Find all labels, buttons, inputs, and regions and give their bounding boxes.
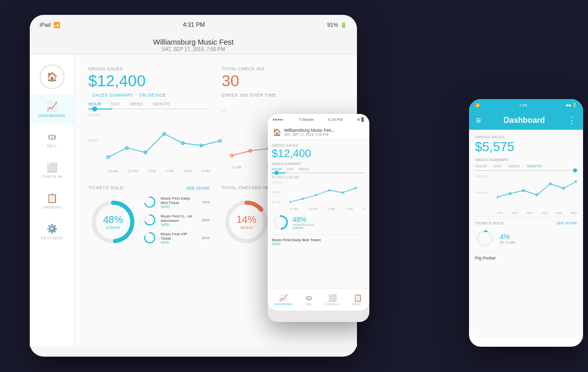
sales-chart: $10,000 $5,000 <box>88 113 210 173</box>
android-nav-orders[interactable]: 📋 ORDE... <box>352 294 363 306</box>
checkin-icon: ⬜ <box>47 162 58 173</box>
sidebar-item-sell[interactable]: 🎟 SELL <box>30 125 74 155</box>
android-time: 4:26 PM <box>328 117 343 122</box>
ipad-sidebar: 🏠 📈 DASHBOARD 🎟 SELL ⬜ CHECK IN 📋 ORDERS… <box>30 54 74 347</box>
android-dashboard-icon: 📈 <box>279 294 288 302</box>
sell-icon: 🎟 <box>48 132 57 142</box>
android-tickets-pct: 48% <box>293 215 314 223</box>
see-more-button[interactable]: SEE MORE <box>186 186 210 191</box>
svg-point-45 <box>478 231 492 246</box>
android-main: GROSS SALES $12,400 SALES SUMMARY HOUR D… <box>268 140 369 288</box>
sidebar-item-orders[interactable]: 📋 ORDERS <box>30 186 74 216</box>
android-dots: ●●●●○ <box>273 117 285 122</box>
time-week[interactable]: WEEK <box>130 102 143 106</box>
iphone-tickets-fraction: 95 / 2,400 <box>500 241 515 244</box>
ticket-name-2: Music Fest G...ral Admission <box>161 214 198 223</box>
android-orders-icon: 📋 <box>353 294 362 302</box>
home-icon: 🏠 <box>47 71 58 82</box>
iphone-day[interactable]: DAY <box>494 164 502 168</box>
ipad-battery-icon: 🔋 <box>340 22 347 28</box>
checked-in-label: TOTAL CHECKED IN <box>222 185 268 190</box>
android-week[interactable]: WEEK <box>299 167 309 171</box>
checkin-main-donut: 14% 30/219 <box>222 197 271 247</box>
gross-sales-section: GROSS SALES $12,400 SALES SUMMARY ON DEV… <box>82 62 216 177</box>
iphone-see-more[interactable]: SEE MORE <box>556 221 577 225</box>
settings-icon: ⚙️ <box>47 223 58 234</box>
ipad-status-bar: iPad 📶 4:31 PM 91% 🔋 <box>30 15 357 35</box>
gross-sales-value: $12,400 <box>88 72 210 90</box>
sidebar-item-settings[interactable]: ⚙️ SETTINGS <box>30 216 74 247</box>
iphone-tickets-header: TICKETS SOLD SEE MORE <box>475 221 577 225</box>
iphone-tickets-section: TICKETS SOLD SEE MORE 4% 95 / 2,400 <box>475 216 577 248</box>
orders-icon: 📋 <box>47 193 58 204</box>
android-hour[interactable]: HOUR <box>272 167 282 171</box>
android-ticket-frac: 35/50 <box>272 242 365 246</box>
ticket-fraction-2: 34/50 <box>161 223 198 226</box>
ipad-event-title: Williamsburg Music Fest <box>30 38 357 46</box>
ticket-name-1: Music Fest Early Bird Ticket <box>161 196 198 205</box>
android-ticket-info: 48% TICKETS SOLD 219/460 <box>293 215 314 229</box>
iphone-main: GROSS SALES $5,575 SALES SUMMARY HOUR DA… <box>469 130 583 338</box>
main-donut: 48% 219/460 <box>88 197 138 247</box>
iphone-week[interactable]: WEEK <box>508 164 520 168</box>
android-nav-dashboard[interactable]: 📈 DASHBOARD <box>274 294 293 306</box>
ipad-wifi-icon: 📶 <box>54 22 60 28</box>
time-month[interactable]: MONTH <box>153 102 170 106</box>
ipad-header: Williamsburg Music Fest SAT, SEP 17, 201… <box>30 35 357 54</box>
sales-line-chart <box>108 113 230 173</box>
time-day[interactable]: DAY <box>112 102 120 106</box>
android-day[interactable]: DAY <box>287 167 294 171</box>
android-event-info: Williamsburg Music Fes... SAT, SEP 17, 2… <box>284 128 335 136</box>
time-selector-row: HOUR DAY WEEK MONTH <box>88 102 210 109</box>
iphone-tickets-pct: 4% <box>500 233 515 241</box>
check-ins-sublabel: CHECK INS OVER TIME <box>222 93 343 98</box>
iphone-line-chart <box>497 175 577 202</box>
time-hour[interactable]: HOUR <box>88 102 102 106</box>
dashboard-icon: 📈 <box>47 101 58 112</box>
iphone-item-section: Pig Porker <box>475 251 577 261</box>
sidebar-item-checkin[interactable]: ⬜ CHECK IN <box>30 155 74 186</box>
ticket-list: Music Fest Early Bird Ticket 35/50 70% <box>143 195 210 249</box>
android-dashboard-lbl: DASHBOARD <box>274 303 293 306</box>
iphone-time-row: HOUR DAY WEEK MONTH <box>475 164 577 168</box>
android-status-bar: ●●●●○ T-Mobile 4:26 PM ⊕ ▊ <box>268 114 369 125</box>
android-carrier: T-Mobile <box>299 117 314 122</box>
tickets-donut-container: 48% 219/460 <box>88 195 210 249</box>
iphone-donut <box>475 228 495 248</box>
iphone-gross-label: GROSS SALES <box>475 135 577 139</box>
android-time-row: HOUR DAY WEEK <box>272 167 365 171</box>
iphone-more-icon[interactable]: ⋮ <box>567 115 576 126</box>
android-checkin-lbl: CHECK IN <box>325 303 340 306</box>
check-ins-value: 30 <box>222 72 343 90</box>
ticket-mini-donut-2 <box>143 213 157 227</box>
iphone-title: Dashboard <box>503 116 545 125</box>
iphone-gross-value: $5,575 <box>475 139 577 155</box>
orders-label: ORDERS <box>43 205 61 210</box>
android-home-icon[interactable]: 🏠 <box>273 128 281 136</box>
android-nav-checkin[interactable]: ⬜ CHECK IN <box>325 294 340 306</box>
donut-percentage: 48% <box>103 214 123 225</box>
sales-summary-label: SALES SUMMARY ON DEVICE <box>88 93 210 98</box>
ticket-info-1: Music Fest Early Bird Ticket 35/50 <box>161 196 198 209</box>
check-ins-label: TOTAL CHECK INS <box>222 66 343 71</box>
ipad-device-label: iPad <box>40 22 51 28</box>
iphone-status-bar: 📶 1:55 ■■ 🔋 <box>469 99 583 111</box>
iphone-device: 📶 1:55 ■■ 🔋 ≡ Dashboard ⋮ GROSS SALES $5… <box>469 99 583 347</box>
iphone-wifi-icon: 📶 <box>475 103 480 107</box>
iphone-month[interactable]: MONTH <box>527 164 541 168</box>
android-tickets-row: 48% TICKETS SOLD 219/460 <box>272 213 365 231</box>
android-nav-sell[interactable]: 🎟 SELL <box>305 294 313 306</box>
ticket-mini-donut-3 <box>143 231 157 245</box>
android-sales-info: 52 SOLD | $3,950 <box>272 175 365 179</box>
android-time-slider <box>272 172 365 173</box>
ticket-fraction-3: 40/50 <box>161 241 198 244</box>
android-ticket-item: Music Fest Early Bird Ticket 35/50 <box>272 234 365 246</box>
ticket-mini-donut-1 <box>143 195 157 209</box>
ticket-info-2: Music Fest G...ral Admission 34/50 <box>161 214 198 226</box>
iphone-menu-icon[interactable]: ≡ <box>476 115 481 126</box>
ticket-info-3: Music Fest VIP Ticket 40/50 <box>161 232 198 244</box>
iphone-hour[interactable]: HOUR <box>475 164 487 168</box>
ipad-battery: 91% <box>327 22 338 28</box>
sidebar-item-dashboard[interactable]: 📈 DASHBOARD <box>30 94 74 125</box>
ipad-home-button[interactable]: 🏠 <box>40 64 64 89</box>
